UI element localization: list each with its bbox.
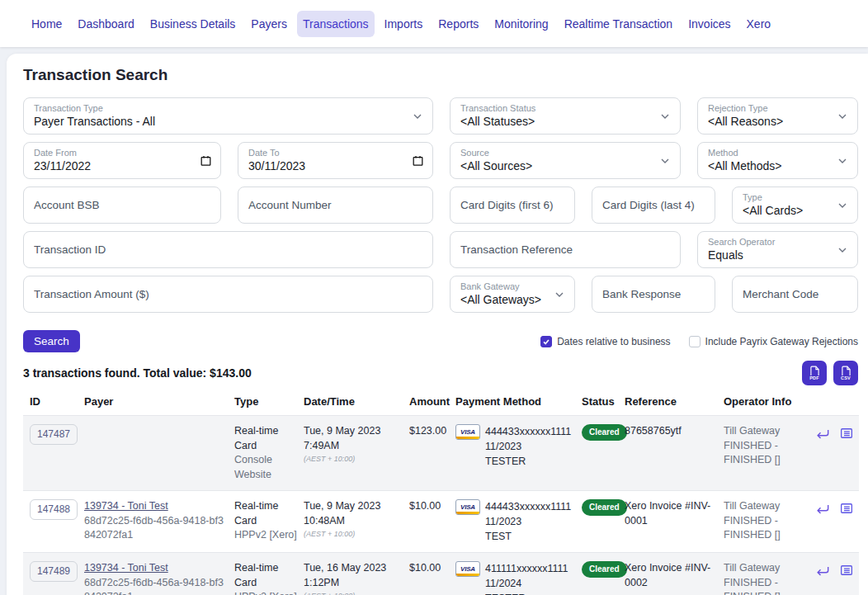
- source-select[interactable]: Source <All Sources>: [450, 142, 681, 179]
- transaction-reference-input[interactable]: [460, 232, 670, 267]
- card-type-select[interactable]: Type <All Cards>: [732, 187, 858, 224]
- col-reference: Reference: [625, 395, 724, 408]
- col-payment-method: Payment Method: [446, 395, 582, 408]
- field-value: <All Methods>: [708, 159, 847, 174]
- transaction-id-input[interactable]: [34, 232, 422, 267]
- nav-item-xero[interactable]: Xero: [741, 11, 777, 37]
- export-pdf-button[interactable]: PDF: [802, 361, 827, 385]
- method-select[interactable]: Method <All Methods>: [697, 142, 858, 179]
- nav-item-payers[interactable]: Payers: [245, 11, 293, 37]
- account-number-field[interactable]: [238, 187, 433, 224]
- date-from-input[interactable]: Date From 23/11/2022: [23, 142, 221, 179]
- date: Tue, 9 May 2023: [304, 500, 380, 512]
- transaction-id-link[interactable]: 147488: [30, 499, 78, 520]
- top-nav: Home Dashboard Business Details Payers T…: [0, 0, 868, 47]
- refund-return-button[interactable]: [814, 563, 831, 582]
- field-label: Rejection Type: [708, 103, 847, 115]
- field-value: <All Cards>: [743, 204, 847, 219]
- card-digits-last4-field[interactable]: [592, 187, 715, 224]
- rejection-type-select[interactable]: Rejection Type <All Reasons>: [697, 97, 858, 135]
- merchant-code-field[interactable]: [732, 276, 858, 313]
- transaction-details-button[interactable]: [839, 426, 854, 443]
- search-operator-select[interactable]: Search Operator Equals: [697, 231, 858, 268]
- calendar-icon[interactable]: [412, 154, 424, 167]
- visa-card-icon: VISA: [455, 499, 480, 515]
- nav-item-reports[interactable]: Reports: [432, 11, 484, 37]
- payer-link[interactable]: 139734 - Toni Test: [84, 562, 168, 574]
- status-badge: Cleared: [582, 424, 627, 441]
- transaction-amount-field[interactable]: [23, 276, 433, 313]
- dates-relative-checkbox[interactable]: Dates relative to business: [540, 336, 670, 347]
- refund-return-button[interactable]: [814, 501, 831, 520]
- refund-return-button[interactable]: [814, 426, 831, 445]
- operator-info: Till Gateway FINISHED - FINISHED []: [724, 561, 814, 595]
- transaction-id-link[interactable]: 147487: [30, 424, 78, 445]
- nav-item-dashboard[interactable]: Dashboard: [72, 11, 140, 37]
- checkbox-label: Include Payrix Gateway Rejections: [705, 336, 858, 347]
- card-expiry: 11/2024: [485, 577, 575, 592]
- table-row: 147488 139734 - Toni Test 68d72c25-f6db-…: [23, 490, 859, 552]
- reference: Xero Invoice #INV-0002: [625, 561, 724, 595]
- field-value: Equals: [708, 248, 847, 263]
- card-digits-first6-input[interactable]: [460, 187, 564, 223]
- reference: Xero Invoice #INV-0001: [625, 499, 724, 544]
- amount: $10.00: [409, 499, 446, 544]
- export-csv-button[interactable]: CSV: [833, 361, 858, 385]
- transaction-status-select[interactable]: Transaction Status <All Statuses>: [450, 97, 681, 135]
- account-bsb-field[interactable]: [23, 187, 221, 224]
- card-expiry: 11/2023: [485, 515, 575, 530]
- type-sub: HPPv2 [Xero]: [234, 529, 297, 541]
- bank-response-field[interactable]: [592, 276, 715, 313]
- transaction-reference-field[interactable]: [450, 231, 681, 268]
- return-arrow-icon: [814, 426, 831, 445]
- payer-link[interactable]: 139734 - Toni Test: [84, 500, 168, 512]
- nav-item-invoices[interactable]: Invoices: [682, 11, 736, 37]
- calendar-icon[interactable]: [200, 154, 212, 167]
- card-digits-first6-field[interactable]: [450, 187, 575, 224]
- transaction-type-select[interactable]: Transaction Type Payer Transactions - Al…: [23, 97, 433, 135]
- card-digits-last4-input[interactable]: [602, 187, 705, 223]
- checkbox-unchecked-icon[interactable]: [689, 336, 701, 347]
- account-number-input[interactable]: [248, 187, 422, 223]
- field-value: 23/11/2022: [34, 159, 210, 174]
- nav-item-business-details[interactable]: Business Details: [144, 11, 242, 37]
- table-header: ID Payer Type Date/Time Amount Payment M…: [23, 392, 859, 415]
- time: 7:49AM: [304, 440, 339, 451]
- date: Tue, 16 May 2023: [304, 562, 386, 574]
- transaction-id-field[interactable]: [23, 231, 433, 268]
- col-datetime: Date/Time: [304, 395, 409, 408]
- bank-gateway-select[interactable]: Bank Gateway <All Gateways>: [450, 276, 575, 313]
- status-badge: Cleared: [582, 499, 627, 516]
- transaction-amount-input[interactable]: [34, 276, 422, 312]
- nav-item-realtime-transaction[interactable]: Realtime Transaction: [559, 11, 679, 37]
- search-button[interactable]: Search: [23, 330, 80, 352]
- chevron-down-icon: [553, 288, 566, 301]
- checkbox-checked-icon[interactable]: [540, 336, 552, 347]
- transaction-details-button[interactable]: [839, 501, 854, 518]
- date-to-input[interactable]: Date To 30/11/2023: [238, 142, 433, 179]
- field-value: 30/11/2023: [248, 159, 422, 174]
- type-main: Real-time Card: [234, 500, 279, 527]
- field-label: Search Operator: [708, 237, 847, 248]
- merchant-code-input[interactable]: [743, 276, 847, 312]
- include-payrix-rejections-checkbox[interactable]: Include Payrix Gateway Rejections: [689, 336, 858, 347]
- nav-item-home[interactable]: Home: [26, 11, 68, 37]
- date: Tue, 9 May 2023: [304, 425, 380, 437]
- timezone: (AEST + 10:00): [304, 529, 403, 540]
- results-summary: 3 transactions found. Total value: $143.…: [23, 366, 252, 380]
- bank-response-input[interactable]: [602, 276, 705, 312]
- nav-item-transactions[interactable]: Transactions: [297, 11, 375, 37]
- nav-item-imports[interactable]: Imports: [379, 11, 429, 37]
- account-bsb-input[interactable]: [34, 187, 210, 223]
- field-value: Payer Transactions - All: [34, 115, 422, 130]
- transaction-details-button[interactable]: [839, 563, 854, 580]
- operator-info: Till Gateway FINISHED - FINISHED []: [724, 499, 814, 544]
- field-label: Transaction Status: [460, 103, 670, 115]
- return-arrow-icon: [814, 501, 831, 520]
- csv-label: CSV: [840, 375, 851, 380]
- transaction-id-link[interactable]: 147489: [30, 561, 78, 582]
- details-document-icon: [839, 501, 854, 518]
- amount: $123.00: [409, 424, 446, 482]
- nav-item-monitoring[interactable]: Monitoring: [488, 11, 554, 37]
- col-type: Type: [234, 395, 304, 408]
